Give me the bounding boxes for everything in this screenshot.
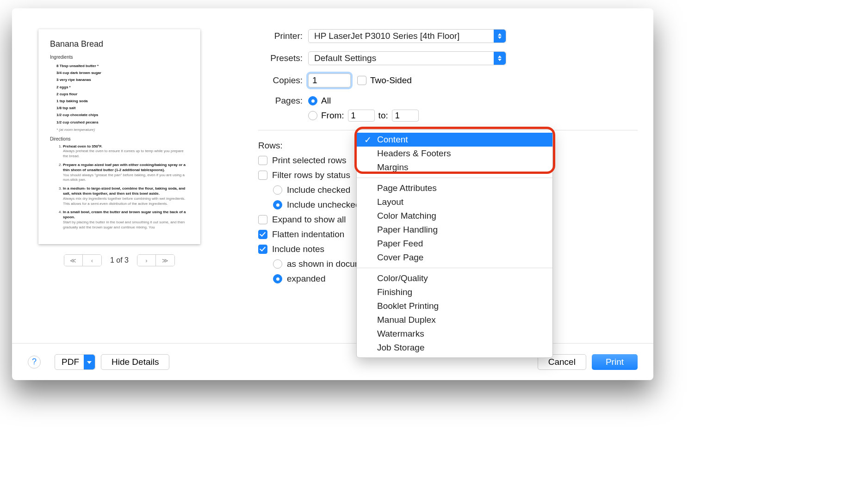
footer-bar: ? PDF Hide Details Cancel Print [12, 343, 653, 380]
popup-item[interactable]: Color Matching [357, 209, 552, 223]
pages-label: Pages: [258, 96, 308, 106]
next-page-button[interactable]: › [137, 255, 156, 266]
print-selected-checkbox[interactable] [258, 156, 267, 165]
print-selected-label: Print selected rows [272, 155, 347, 166]
printer-label: Printer: [258, 31, 308, 41]
pages-to-label: to: [378, 111, 388, 121]
preview-ingredient: 3 very ripe bananas [50, 76, 189, 83]
preview-ingredient: 2 cups flour [50, 91, 189, 98]
popup-separator [357, 268, 552, 268]
preview-ingredient: 1/2 cup crushed pecans [50, 119, 189, 126]
notes-expanded-radio[interactable] [273, 274, 282, 283]
help-button[interactable]: ? [28, 356, 41, 369]
preview-direction: In a small bowl, cream the butter and br… [63, 210, 189, 230]
popup-item[interactable]: Manual Duplex [357, 313, 552, 327]
pdf-menu-button[interactable]: PDF [55, 354, 95, 370]
popup-item[interactable]: Booklet Printing [357, 299, 552, 313]
flatten-checkbox[interactable] [258, 230, 267, 239]
pages-range-radio[interactable] [308, 111, 317, 120]
first-page-button[interactable]: ≪ [64, 255, 83, 266]
include-checked-radio[interactable] [273, 185, 282, 195]
presets-select[interactable]: Default Settings [308, 51, 506, 65]
chevron-down-icon [84, 355, 95, 369]
popup-item[interactable]: Headers & Footers [357, 147, 552, 160]
popup-item[interactable]: Paper Feed [357, 237, 552, 251]
preview-column: Banana Bread Ingredients 8 Tbsp unsalted… [31, 29, 207, 289]
notes-expanded-label: expanded [287, 274, 325, 284]
popup-item[interactable]: Job Storage [357, 341, 552, 355]
pages-to-input[interactable] [392, 110, 419, 122]
printer-value: HP LaserJet P3010 Series [4th Floor] [314, 31, 459, 41]
printer-select[interactable]: HP LaserJet P3010 Series [4th Floor] [308, 29, 506, 43]
presets-value: Default Settings [314, 53, 376, 63]
preview-ingredient: 1 tsp baking soda [50, 98, 189, 104]
copies-input[interactable] [308, 74, 351, 87]
page-nav: ≪ ‹ 1 of 3 › ≫ [31, 254, 207, 266]
page-indicator: 1 of 3 [110, 256, 129, 264]
popup-item[interactable]: Margins [357, 160, 552, 174]
filter-rows-label: Filter rows by status [272, 170, 350, 180]
preview-direction: In a medium- to large-sized bowl, combin… [63, 186, 189, 206]
preview-ing-note: * (at room temperature) [50, 128, 189, 132]
preview-ingredient: 1/8 tsp salt [50, 104, 189, 111]
two-sided-label: Two-Sided [370, 75, 412, 86]
popup-item[interactable]: Content [357, 133, 552, 147]
chevron-updown-icon [494, 52, 506, 65]
pages-from-input[interactable] [348, 110, 375, 122]
preview-direction: Prepare a regular-sized loaf pan with ei… [63, 163, 189, 183]
print-dialog: Banana Bread Ingredients 8 Tbsp unsalted… [12, 8, 653, 380]
preview-directions-header: Directions [50, 136, 189, 141]
preview-ingredient: 1/2 cup chocolate chips [50, 111, 189, 118]
last-page-button[interactable]: ≫ [156, 255, 174, 266]
hide-details-button[interactable]: Hide Details [101, 354, 169, 370]
popup-item[interactable]: Finishing [357, 285, 552, 299]
section-popup-menu[interactable]: ContentHeaders & FootersMargins Page Att… [356, 129, 553, 358]
expand-label: Expand to show all [272, 215, 346, 225]
popup-item[interactable]: Cover Page [357, 251, 552, 264]
preview-ingredient: 8 Tbsp unsalted butter * [50, 62, 189, 69]
include-notes-label: Include notes [272, 244, 324, 254]
chevron-updown-icon [494, 30, 506, 43]
flatten-label: Flatten indentation [272, 229, 344, 240]
preview-direction: Preheat oven to 350°F.Always preheat the… [63, 144, 189, 159]
preview-ingredient: 3/4 cup dark brown sugar [50, 69, 189, 76]
notes-asshown-radio[interactable] [273, 259, 282, 269]
popup-separator [357, 178, 552, 178]
print-button[interactable]: Print [592, 354, 638, 370]
main-area: Banana Bread Ingredients 8 Tbsp unsalted… [12, 8, 653, 289]
popup-item[interactable]: Layout [357, 195, 552, 209]
preview-ingredient: 2 eggs * [50, 84, 189, 91]
filter-rows-checkbox[interactable] [258, 171, 267, 180]
pages-all-radio[interactable] [308, 96, 317, 105]
pdf-label: PDF [62, 357, 79, 367]
preview-page: Banana Bread Ingredients 8 Tbsp unsalted… [38, 29, 200, 244]
popup-item[interactable]: Color/Quality [357, 271, 552, 285]
popup-item[interactable]: Page Attributes [357, 181, 552, 195]
presets-label: Presets: [258, 53, 308, 63]
include-unchecked-radio[interactable] [273, 200, 282, 209]
preview-ingredients-header: Ingredients [50, 55, 189, 60]
popup-item[interactable]: Paper Handling [357, 223, 552, 237]
popup-item[interactable]: Watermarks [357, 327, 552, 341]
include-unchecked-label: Include unchecked [287, 200, 360, 210]
prev-page-button[interactable]: ‹ [83, 255, 101, 266]
pages-from-label: From: [321, 111, 344, 121]
preview-title: Banana Bread [50, 39, 189, 49]
include-checked-label: Include checked [287, 185, 350, 195]
expand-checkbox[interactable] [258, 215, 267, 224]
pages-all-label: All [321, 96, 331, 106]
two-sided-checkbox[interactable] [357, 76, 366, 85]
include-notes-checkbox[interactable] [258, 245, 267, 254]
copies-label: Copies: [258, 75, 308, 86]
